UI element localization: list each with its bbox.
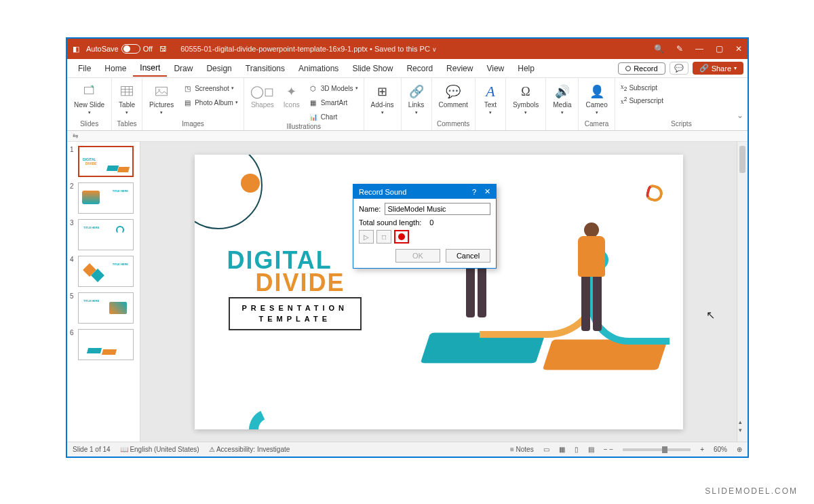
group-scripts-label: Scripts [619,120,743,129]
view-normal-button[interactable]: ▭ [543,446,549,453]
menu-record[interactable]: Record [400,61,440,76]
accessibility-status[interactable]: ⚠ Accessibility: Investigate [209,446,290,453]
name-label: Name: [359,205,381,213]
menu-review[interactable]: Review [440,61,480,76]
zoom-level[interactable]: 60% [714,446,727,453]
customize-qat-button[interactable]: ⇆ [73,132,78,140]
thumbnail-5[interactable]: TITLE HERE [78,292,134,324]
menu-design[interactable]: Design [199,61,238,76]
stop-button[interactable]: □ [376,230,391,244]
dialog-help-button[interactable]: ? [472,188,476,196]
status-bar: Slide 1 of 14 📖 English (United States) … [67,442,748,457]
quick-access-row: ⇆ [67,131,748,142]
menu-animations[interactable]: Animations [292,61,345,76]
view-reading-button[interactable]: ▯ [575,446,579,453]
view-slideshow-button[interactable]: ▤ [588,446,594,453]
autosave-state: Off [143,45,153,53]
chart-button[interactable]: 📊Chart [307,111,360,123]
links-button[interactable]: 🔗 Links ▾ [406,82,427,117]
ribbon: + New Slide ▾ Slides Table ▾ Tables Pict… [67,78,748,131]
screenshot-button[interactable]: ◳Screenshot ▾ [180,82,239,94]
record-button[interactable]: Record [618,62,665,75]
share-button[interactable]: 🔗 Share ▾ [693,62,743,75]
dialog-close-button[interactable]: ✕ [484,187,490,196]
cancel-button[interactable]: Cancel [446,249,490,263]
view-sorter-button[interactable]: ▦ [559,446,565,453]
prev-slide-button[interactable]: ▴ [739,419,742,425]
menu-file[interactable]: File [71,61,98,76]
autosave-toggle[interactable]: AutoSave Off [86,44,153,54]
language-status[interactable]: 📖 English (United States) [120,446,199,453]
smartart-button[interactable]: ▦SmartArt [307,96,360,109]
group-comments-label: Comments [436,120,471,129]
decoration-arc [243,403,295,429]
comments-pane-button[interactable]: 💬 [670,62,689,75]
menu-slideshow[interactable]: Slide Show [345,61,400,76]
thumbnail-panel[interactable]: 1 DIGITALDIVIDE 2 TITLE HERE 3 TITLE HER… [67,142,140,442]
text-button[interactable]: A Text ▾ [480,82,501,117]
slide-title-2[interactable]: DIVIDE [256,269,345,297]
zoom-in-button[interactable]: + [700,446,704,453]
menu-draw[interactable]: Draw [167,61,199,76]
links-icon: 🔗 [408,83,425,100]
media-button[interactable]: 🔊 Media ▾ [550,82,574,117]
ribbon-collapse-button[interactable]: ⌄ [737,111,743,120]
thumbnail-2[interactable]: TITLE HERE [78,182,134,214]
menu-home[interactable]: Home [98,61,133,76]
maximize-button[interactable]: ▢ [716,44,723,54]
zoom-slider[interactable] [623,448,691,451]
shapes-icon: ◯◻ [254,83,271,100]
addins-button[interactable]: ⊞ Add-ins ▾ [368,82,397,117]
menu-help[interactable]: Help [511,61,541,76]
menu-view[interactable]: View [480,61,511,76]
dialog-title: Record Sound [359,188,472,196]
shapes-button[interactable]: ◯◻ Shapes [248,82,277,110]
play-icon: ▷ [364,233,369,241]
new-slide-button[interactable]: + New Slide ▾ [71,82,107,117]
svg-text:+: + [91,85,94,89]
3d-models-button[interactable]: ⬡3D Models ▾ [307,82,360,94]
icons-button[interactable]: ✦ Icons [281,82,303,110]
superscript-button[interactable]: x2 Superscript [619,95,665,106]
chart-icon: 📊 [308,111,319,122]
pictures-button[interactable]: Pictures ▾ [147,82,176,117]
cameo-icon: 👤 [589,83,605,100]
sound-name-input[interactable] [385,203,490,215]
account-icon[interactable]: ✎ [676,44,683,54]
comment-button[interactable]: 💬 Comment [436,82,471,110]
close-button[interactable]: ✕ [735,44,742,54]
addins-icon: ⊞ [374,83,391,100]
photo-album-button[interactable]: ▤Photo Album ▾ [180,96,239,109]
thumbnail-6[interactable] [78,329,134,360]
comment-icon: 💬 [445,83,461,100]
menu-transitions[interactable]: Transitions [239,61,292,76]
record-sound-button[interactable] [394,230,409,244]
smartart-icon: ▦ [308,97,319,108]
watermark: SLIDEMODEL.COM [705,486,798,496]
ok-button[interactable]: OK [395,249,440,263]
thumbnail-4[interactable]: TITLE HERE [78,256,134,287]
slide-counter[interactable]: Slide 1 of 14 [73,446,111,453]
search-icon[interactable]: 🔍 [654,44,664,54]
minimize-button[interactable]: ― [695,44,703,54]
symbols-button[interactable]: Ω Symbols ▾ [510,82,541,117]
fit-to-window-button[interactable]: ⊕ [737,446,742,453]
document-title[interactable]: 60555-01-digital-divide-powerpoint-templ… [167,45,654,53]
play-button[interactable]: ▷ [359,230,374,244]
thumbnail-3[interactable]: TITLE HERE [78,219,134,250]
slide-subtitle[interactable]: PRESENTATION TEMPLATE [229,297,362,330]
thumbnail-1[interactable]: DIGITALDIVIDE [78,146,134,177]
dialog-title-bar[interactable]: Record Sound ? ✕ [353,185,496,199]
save-icon[interactable]: 🖫 [159,45,167,53]
zoom-out-button[interactable]: − − [604,446,613,453]
table-button[interactable]: Table ▾ [116,82,138,117]
menu-insert[interactable]: Insert [133,60,167,77]
length-value: 0 [429,218,433,227]
vertical-scrollbar[interactable]: ▴ ▾ [737,142,748,442]
mouse-cursor-icon: ↖ [706,309,715,322]
notes-button[interactable]: ≡ Notes [510,446,534,453]
title-bar: ◧ AutoSave Off 🖫 60555-01-digital-divide… [67,39,748,59]
subscript-button[interactable]: x2 Subscript [619,82,665,93]
next-slide-button[interactable]: ▾ [739,427,742,433]
cameo-button[interactable]: 👤 Cameo ▾ [583,82,610,117]
